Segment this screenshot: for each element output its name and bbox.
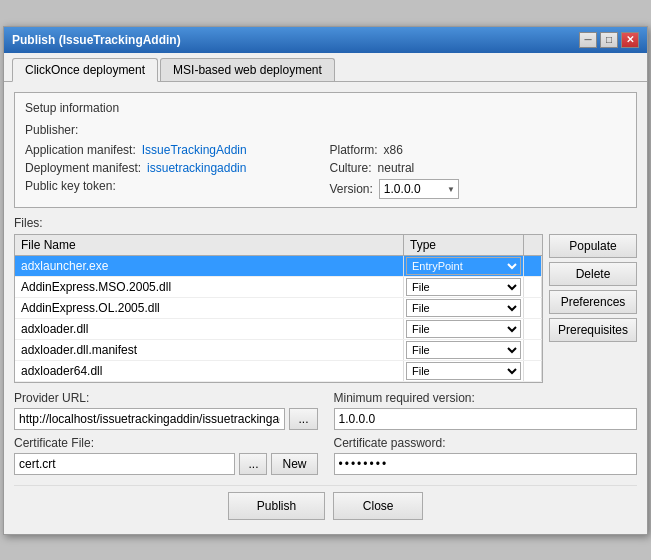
table-row[interactable]: AddinExpress.MSO.2005.dll FileEntryPoint <box>15 277 542 298</box>
file-extra <box>524 277 542 297</box>
file-extra <box>524 361 542 381</box>
files-table: File Name Type adxlauncher.exe EntryPoin… <box>14 234 543 383</box>
publish-button[interactable]: Publish <box>228 492 325 520</box>
side-buttons: Populate Delete Preferences Prerequisite… <box>549 234 637 383</box>
file-name-cell: adxloader.dll.manifest <box>15 340 404 360</box>
culture-row: Culture: neutral <box>330 161 627 175</box>
file-extra <box>524 340 542 360</box>
version-label: Version: <box>330 182 373 196</box>
delete-button[interactable]: Delete <box>549 262 637 286</box>
min-version-label: Minimum required version: <box>334 391 638 405</box>
table-row[interactable]: adxlauncher.exe EntryPointFile <box>15 256 542 277</box>
cert-file-new-button[interactable]: New <box>271 453 317 475</box>
min-version-input[interactable] <box>334 408 638 430</box>
provider-url-group: Provider URL: ... <box>14 391 318 430</box>
cert-file-input[interactable] <box>14 453 235 475</box>
file-name-cell: AddinExpress.OL.2005.dll <box>15 298 404 318</box>
file-type-cell: FileEntryPoint <box>404 319 524 339</box>
col-scroll-placeholder <box>524 235 542 255</box>
platform-row: Platform: x86 <box>330 143 627 157</box>
minimize-button[interactable]: ─ <box>579 32 597 48</box>
version-wrapper: 1.0.0.0 1.0.0.1 1.0.0.2 <box>379 179 459 199</box>
type-select-1[interactable]: FileEntryPoint <box>406 278 521 296</box>
files-label: Files: <box>14 216 637 230</box>
table-row[interactable]: AddinExpress.OL.2005.dll FileEntryPoint <box>15 298 542 319</box>
cert-password-label: Certificate password: <box>334 436 638 450</box>
publisher-row: Publisher: <box>25 123 626 137</box>
file-name-cell: adxloader64.dll <box>15 361 404 381</box>
app-manifest-label: Application manifest: <box>25 143 136 157</box>
setup-form-grid: Application manifest: IssueTrackingAddin… <box>25 143 626 199</box>
file-type-cell: FileEntryPoint <box>404 277 524 297</box>
window-title: Publish (IssueTrackingAddin) <box>12 33 181 47</box>
public-key-label: Public key token: <box>25 179 116 193</box>
app-manifest-row: Application manifest: IssueTrackingAddin <box>25 143 322 157</box>
type-select-2[interactable]: FileEntryPoint <box>406 299 521 317</box>
file-name-cell: adxloader.dll <box>15 319 404 339</box>
file-type-cell: EntryPointFile <box>404 256 524 276</box>
platform-label: Platform: <box>330 143 378 157</box>
tab-clickonce[interactable]: ClickOnce deployment <box>12 58 158 82</box>
file-extra <box>524 256 542 276</box>
tab-msi[interactable]: MSI-based web deployment <box>160 58 335 81</box>
action-bar: Publish Close <box>14 485 637 524</box>
platform-value: x86 <box>384 143 403 157</box>
title-bar: Publish (IssueTrackingAddin) ─ □ ✕ <box>4 27 647 53</box>
deploy-manifest-label: Deployment manifest: <box>25 161 141 175</box>
provider-url-label: Provider URL: <box>14 391 318 405</box>
tab-bar: ClickOnce deployment MSI-based web deplo… <box>4 53 647 82</box>
table-row[interactable]: adxloader.dll.manifest FileEntryPoint <box>15 340 542 361</box>
deploy-manifest-row: Deployment manifest: issuetrackingaddin <box>25 161 322 175</box>
populate-button[interactable]: Populate <box>549 234 637 258</box>
cert-file-label: Certificate File: <box>14 436 318 450</box>
files-header: File Name Type <box>15 235 542 256</box>
provider-url-row: ... <box>14 408 318 430</box>
table-row[interactable]: adxloader.dll FileEntryPoint <box>15 319 542 340</box>
file-name-cell: adxlauncher.exe <box>15 256 404 276</box>
table-row[interactable]: adxloader64.dll FileEntryPoint <box>15 361 542 382</box>
type-select-4[interactable]: FileEntryPoint <box>406 341 521 359</box>
app-manifest-value[interactable]: IssueTrackingAddin <box>142 143 247 157</box>
file-extra <box>524 319 542 339</box>
provider-url-browse-button[interactable]: ... <box>289 408 317 430</box>
cert-password-input[interactable] <box>334 453 638 475</box>
culture-label: Culture: <box>330 161 372 175</box>
cert-file-row: ... New <box>14 453 318 475</box>
left-fields: Application manifest: IssueTrackingAddin… <box>25 143 322 199</box>
publisher-label: Publisher: <box>25 123 78 137</box>
version-select[interactable]: 1.0.0.0 1.0.0.1 1.0.0.2 <box>379 179 459 199</box>
cert-password-group: Certificate password: <box>334 436 638 475</box>
setup-group: Setup information Publisher: Application… <box>14 92 637 208</box>
maximize-button[interactable]: □ <box>600 32 618 48</box>
file-extra <box>524 298 542 318</box>
type-select-5[interactable]: FileEntryPoint <box>406 362 521 380</box>
type-select-3[interactable]: FileEntryPoint <box>406 320 521 338</box>
provider-url-input[interactable] <box>14 408 285 430</box>
close-button[interactable]: ✕ <box>621 32 639 48</box>
cert-file-group: Certificate File: ... New <box>14 436 318 475</box>
title-bar-buttons: ─ □ ✕ <box>579 32 639 48</box>
bottom-form: Provider URL: ... Minimum required versi… <box>14 391 637 475</box>
type-select-0[interactable]: EntryPointFile <box>406 257 521 275</box>
deploy-manifest-value[interactable]: issuetrackingaddin <box>147 161 246 175</box>
close-dialog-button[interactable]: Close <box>333 492 423 520</box>
preferences-button[interactable]: Preferences <box>549 290 637 314</box>
min-version-row <box>334 408 638 430</box>
files-scroll[interactable]: adxlauncher.exe EntryPointFile AddinExpr… <box>15 256 542 382</box>
prerequisites-button[interactable]: Prerequisites <box>549 318 637 342</box>
min-version-group: Minimum required version: <box>334 391 638 430</box>
file-type-cell: FileEntryPoint <box>404 361 524 381</box>
main-window: Publish (IssueTrackingAddin) ─ □ ✕ Click… <box>3 26 648 535</box>
col-filename: File Name <box>15 235 404 255</box>
file-type-cell: FileEntryPoint <box>404 340 524 360</box>
file-name-cell: AddinExpress.MSO.2005.dll <box>15 277 404 297</box>
version-row: Version: 1.0.0.0 1.0.0.1 1.0.0.2 <box>330 179 627 199</box>
public-key-row: Public key token: <box>25 179 322 193</box>
col-type: Type <box>404 235 524 255</box>
content-area: Setup information Publisher: Application… <box>4 82 647 534</box>
right-fields: Platform: x86 Culture: neutral Version: … <box>330 143 627 199</box>
cert-file-browse-button[interactable]: ... <box>239 453 267 475</box>
culture-value: neutral <box>378 161 415 175</box>
files-section: Files: File Name Type adxlauncher.exe <box>14 216 637 383</box>
cert-password-row <box>334 453 638 475</box>
